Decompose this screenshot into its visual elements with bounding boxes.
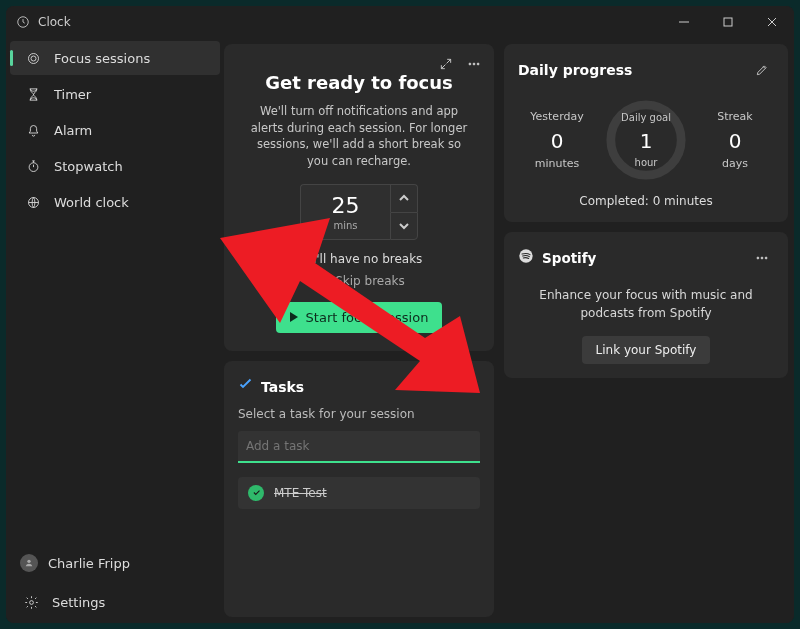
duration-decrease-button[interactable] xyxy=(390,212,418,240)
tasks-card: Tasks Select a task for your session MTE… xyxy=(224,361,494,617)
daily-goal-stat: Daily goal 1 hour xyxy=(602,96,690,184)
stopwatch-icon xyxy=(22,159,44,174)
svg-point-16 xyxy=(757,257,759,259)
close-button[interactable] xyxy=(750,6,794,38)
settings-label: Settings xyxy=(52,595,105,610)
settings-button[interactable]: Settings xyxy=(6,583,224,621)
edit-goal-button[interactable] xyxy=(750,58,774,82)
duration-display[interactable]: 25 mins xyxy=(300,184,390,240)
start-focus-button[interactable]: Start focus session xyxy=(276,302,443,333)
sidebar: Focus sessions Timer Alarm Stopwatch Wor… xyxy=(6,38,224,623)
task-item[interactable]: MTE Test xyxy=(238,477,480,509)
main-content: Get ready to focus We'll turn off notifi… xyxy=(224,38,794,623)
sidebar-item-timer[interactable]: Timer xyxy=(10,77,220,111)
add-task-input[interactable] xyxy=(238,431,480,463)
svg-point-11 xyxy=(463,386,465,388)
svg-point-6 xyxy=(27,560,30,563)
spotify-icon xyxy=(518,248,534,268)
skip-breaks-checkbox[interactable] xyxy=(313,274,327,288)
more-icon[interactable] xyxy=(462,52,486,76)
svg-point-10 xyxy=(477,63,479,65)
sidebar-item-stopwatch[interactable]: Stopwatch xyxy=(10,149,220,183)
duration-value: 25 xyxy=(332,193,360,218)
task-label: MTE Test xyxy=(274,486,327,500)
minimize-button[interactable] xyxy=(662,6,706,38)
user-name: Charlie Fripp xyxy=(48,556,130,571)
start-button-label: Start focus session xyxy=(306,310,429,325)
titlebar: Clock xyxy=(6,6,794,38)
duration-unit: mins xyxy=(333,220,357,231)
svg-point-9 xyxy=(473,63,475,65)
expand-icon[interactable] xyxy=(434,52,458,76)
bell-icon xyxy=(22,123,44,138)
globe-icon xyxy=(22,195,44,210)
svg-point-17 xyxy=(761,257,763,259)
tasks-title: Tasks xyxy=(261,379,304,395)
sidebar-item-alarm[interactable]: Alarm xyxy=(10,113,220,147)
spotify-title: Spotify xyxy=(542,250,596,266)
tasks-icon xyxy=(238,377,253,396)
svg-point-2 xyxy=(28,53,38,63)
tasks-more-icon[interactable] xyxy=(456,375,480,399)
hourglass-icon xyxy=(22,87,44,102)
tasks-subtitle: Select a task for your session xyxy=(238,407,480,421)
add-task-button[interactable] xyxy=(424,375,448,399)
duration-increase-button[interactable] xyxy=(390,184,418,212)
link-spotify-button[interactable]: Link your Spotify xyxy=(582,336,711,364)
spotify-blurb: Enhance your focus with music and podcas… xyxy=(518,286,774,322)
play-icon xyxy=(290,312,298,322)
svg-rect-1 xyxy=(724,18,732,26)
svg-point-12 xyxy=(467,386,469,388)
spotify-more-icon[interactable] xyxy=(750,246,774,270)
streak-stat: Streak 0 days xyxy=(696,110,774,170)
sidebar-item-label: Alarm xyxy=(54,123,92,138)
svg-point-3 xyxy=(31,56,36,61)
sidebar-item-label: Stopwatch xyxy=(54,159,123,174)
progress-title: Daily progress xyxy=(518,62,632,78)
yesterday-stat: Yesterday 0 minutes xyxy=(518,110,596,170)
sidebar-item-label: Timer xyxy=(54,87,91,102)
focus-session-card: Get ready to focus We'll turn off notifi… xyxy=(224,44,494,351)
duration-stepper: 25 mins xyxy=(248,184,470,240)
svg-point-18 xyxy=(765,257,767,259)
focus-description: We'll turn off notifications and app ale… xyxy=(248,103,470,170)
maximize-button[interactable] xyxy=(706,6,750,38)
clock-app-window: Clock Focus sessions Timer Alarm xyxy=(6,6,794,623)
completed-text: Completed: 0 minutes xyxy=(518,194,774,208)
sidebar-item-focus-sessions[interactable]: Focus sessions xyxy=(10,41,220,75)
svg-point-13 xyxy=(471,386,473,388)
clock-app-icon xyxy=(16,15,30,29)
sidebar-item-label: Focus sessions xyxy=(54,51,150,66)
svg-point-7 xyxy=(29,600,33,604)
spotify-card: Spotify Enhance your focus with music an… xyxy=(504,232,788,378)
target-icon xyxy=(22,51,44,66)
task-complete-icon[interactable] xyxy=(248,485,264,501)
sidebar-item-label: World clock xyxy=(54,195,129,210)
daily-progress-card: Daily progress Yesterday 0 minutes xyxy=(504,44,788,222)
breaks-note: You'll have no breaks xyxy=(248,252,470,266)
sidebar-item-world-clock[interactable]: World clock xyxy=(10,185,220,219)
user-avatar-icon xyxy=(20,554,38,572)
svg-point-8 xyxy=(469,63,471,65)
gear-icon xyxy=(20,595,42,610)
progress-ring: Daily goal 1 hour xyxy=(602,96,690,184)
account-button[interactable]: Charlie Fripp xyxy=(6,543,224,583)
app-title: Clock xyxy=(38,15,71,29)
skip-breaks-label: Skip breaks xyxy=(335,274,405,288)
